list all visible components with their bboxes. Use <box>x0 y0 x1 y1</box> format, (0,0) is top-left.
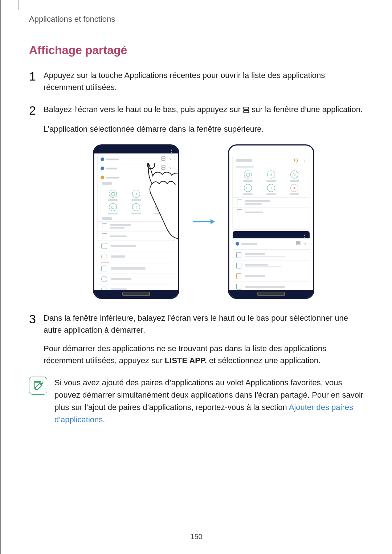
record-icon: ● <box>290 184 298 192</box>
top-pane: Q ⋮ ▢ ♪ ▷ □ ↓ ● <box>233 155 310 229</box>
statusbar-left: ⋮ <box>94 145 178 153</box>
svg-rect-3 <box>162 159 165 160</box>
svg-rect-4 <box>162 166 165 167</box>
svg-rect-5 <box>162 168 165 169</box>
record-icon: ● <box>155 203 163 211</box>
note-text: Si vous avez ajouté des paires d’applica… <box>54 377 364 426</box>
play-icon: ▷ <box>290 171 298 178</box>
document-icon: □ <box>109 203 117 211</box>
popup-icon: □ <box>155 174 158 181</box>
svg-marker-10 <box>211 219 215 224</box>
step-3-subtext: Pour démarrer des applications ne se tro… <box>44 342 364 366</box>
close-icon: × <box>169 156 172 163</box>
step-1-text: Appuyez sur la touche Applications récen… <box>44 71 325 92</box>
svg-rect-6 <box>162 175 165 176</box>
split-view-icon <box>161 156 166 163</box>
split-view-icon <box>161 174 166 181</box>
svg-rect-1 <box>244 111 249 113</box>
step-1: Appuyez sur la touche Applications récen… <box>29 69 364 93</box>
music-note-icon: ♪ <box>267 171 275 178</box>
split-view-icon <box>243 104 249 116</box>
statusbar-right <box>229 145 313 153</box>
step-2-subtext: L’application sélectionnée démarre dans … <box>44 123 364 135</box>
image-icon: ▢ <box>244 171 252 178</box>
document-icon: □ <box>244 184 252 192</box>
image-icon: ▢ <box>109 190 117 198</box>
download-icon: ↓ <box>267 184 275 192</box>
step-2: Balayez l’écran vers le haut ou le bas, … <box>29 103 364 299</box>
play-icon: ▷ <box>155 190 163 198</box>
split-view-icon <box>296 241 301 247</box>
svg-rect-2 <box>162 157 165 158</box>
figure-row: ⋮ × <box>44 144 364 299</box>
svg-rect-11 <box>297 241 300 243</box>
phone-left: ⋮ × <box>93 144 179 299</box>
breadcrumb: Applications et fonctions <box>29 15 364 24</box>
more-icon: ⋮ <box>169 147 175 155</box>
step-3: Dans la fenêtre inférieure, balayez l’éc… <box>29 312 364 366</box>
split-view-icon <box>161 165 166 172</box>
svg-rect-0 <box>244 107 249 110</box>
split-handle: ⋮ <box>233 231 310 238</box>
bottom-pane: × <box>233 238 310 291</box>
step-2-text-b: sur la fenêtre d’une application. <box>252 105 363 114</box>
step-3-text: Dans la fenêtre inférieure, balayez l’éc… <box>44 313 348 335</box>
navbar-right <box>229 290 313 298</box>
navbar-left <box>94 290 178 298</box>
more-icon: ⋮ <box>302 232 307 239</box>
note-icon <box>29 377 47 395</box>
download-icon: ↓ <box>132 203 140 211</box>
manual-page: Applications et fonctions Affichage part… <box>0 0 392 554</box>
search-icon: Q <box>294 157 298 164</box>
bottom-list-left <box>98 241 175 288</box>
svg-rect-12 <box>297 243 300 245</box>
note-block: Si vous avez ajouté des paires d’applica… <box>29 377 364 426</box>
steps-list: Appuyez sur la touche Applications récen… <box>29 69 364 366</box>
close-icon: × <box>169 174 172 181</box>
page-number: 150 <box>1 533 392 541</box>
music-note-icon: ♪ <box>132 190 140 198</box>
svg-rect-7 <box>162 177 165 178</box>
arrow-right-icon <box>192 218 215 225</box>
section-title: Affichage partagé <box>29 44 364 57</box>
recent-apps-card: × × <box>98 155 175 241</box>
close-icon: × <box>304 241 307 247</box>
liste-app-label: LISTE APP. <box>165 356 207 365</box>
step-2-text-a: Balayez l’écran vers le haut ou le bas, … <box>44 105 243 114</box>
phone-right: Q ⋮ ▢ ♪ ▷ □ ↓ ● <box>228 144 314 299</box>
close-icon: × <box>169 165 172 172</box>
more-icon: ⋮ <box>302 157 307 164</box>
